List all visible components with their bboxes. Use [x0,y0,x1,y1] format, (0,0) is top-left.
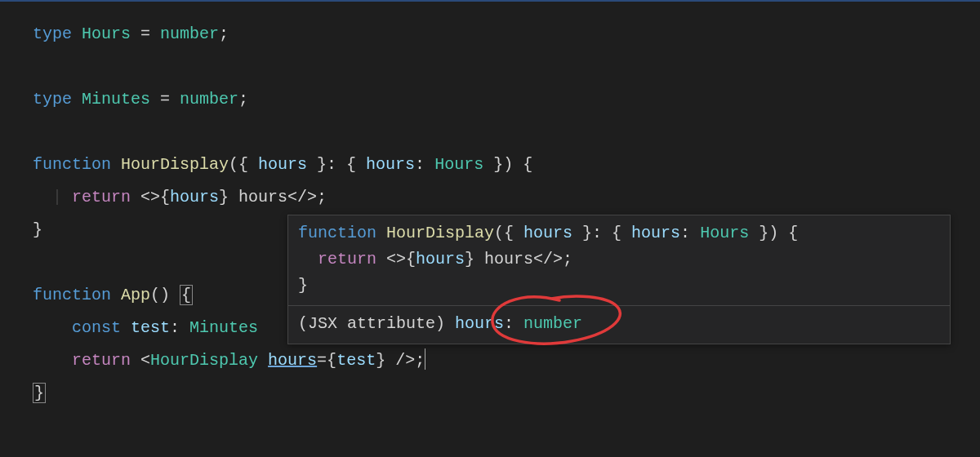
punct: } />; [376,351,425,370]
brace-open: { [180,285,193,305]
jsx: } hours</>; [219,188,327,206]
punct: ; [219,24,229,43]
var-name: test [121,318,170,337]
punct: : [170,318,189,337]
keyword-type: type [33,24,72,43]
code-line[interactable]: type Minutes = number; [33,83,980,116]
punct: = [150,90,180,109]
expr: hours [170,188,219,206]
param: hours [258,155,307,174]
jsx-attr[interactable]: hours [268,351,317,370]
code-line[interactable]: return <HourDisplay hours={test} />; [33,344,980,377]
space [258,351,268,370]
jsxattr-name: hours [455,314,504,333]
keyword-return: return [72,351,131,370]
function-name: HourDisplay [111,155,229,174]
code-line[interactable]: type Hours = number; [33,18,980,51]
code-line[interactable]: function HourDisplay({ hours }: { hours:… [33,149,980,181]
prop: hours [366,155,415,174]
punct: = [131,24,160,43]
hover-jsx-attribute: (JSX attribute) hours: number [288,305,950,344]
jsx-component: HourDisplay [150,351,258,370]
punct: ({ [229,155,258,174]
code-line-blank [33,116,980,149]
type-ref: Minutes [189,318,258,337]
type-ref: Hours [434,155,483,174]
keyword-function: function [298,224,376,242]
jsxattr-type: number [523,314,582,333]
brace-close: } [33,383,46,403]
code-line[interactable]: } [33,377,980,410]
hover-tooltip[interactable]: function HourDisplay({ hours }: { hours:… [287,215,951,344]
type-ref: number [180,90,238,109]
keyword-const: const [72,318,121,337]
expr: test [336,351,376,370]
punct: : [415,155,434,174]
code-editor[interactable]: type Hours = number; type Minutes = numb… [0,0,980,410]
hover-signature: function HourDisplay({ hours }: { hours:… [288,215,950,305]
jsxattr-prefix: (JSX attribute) [298,314,455,333]
code-line-blank [33,51,980,83]
keyword-function: function [33,155,111,174]
keyword-function: function [33,286,111,304]
jsx: <>{ [131,188,170,206]
function-name: HourDisplay [376,224,494,242]
punct: }) { [483,155,532,174]
type-name: Minutes [82,90,150,109]
code-line[interactable]: | return <>{hours} hours</>; [33,181,980,214]
keyword-return: return [72,188,131,206]
keyword-type: type [33,90,72,109]
punct: }: { [307,155,366,174]
type-name: Hours [82,24,131,43]
punct: ={ [317,351,336,370]
punct: () [150,286,180,304]
type-ref: number [160,24,219,43]
text-cursor [425,348,425,370]
punct: < [131,351,150,370]
function-name: App [111,286,150,304]
punct: ; [238,90,248,109]
indent-guide: | [52,188,62,206]
brace: } [33,220,42,239]
